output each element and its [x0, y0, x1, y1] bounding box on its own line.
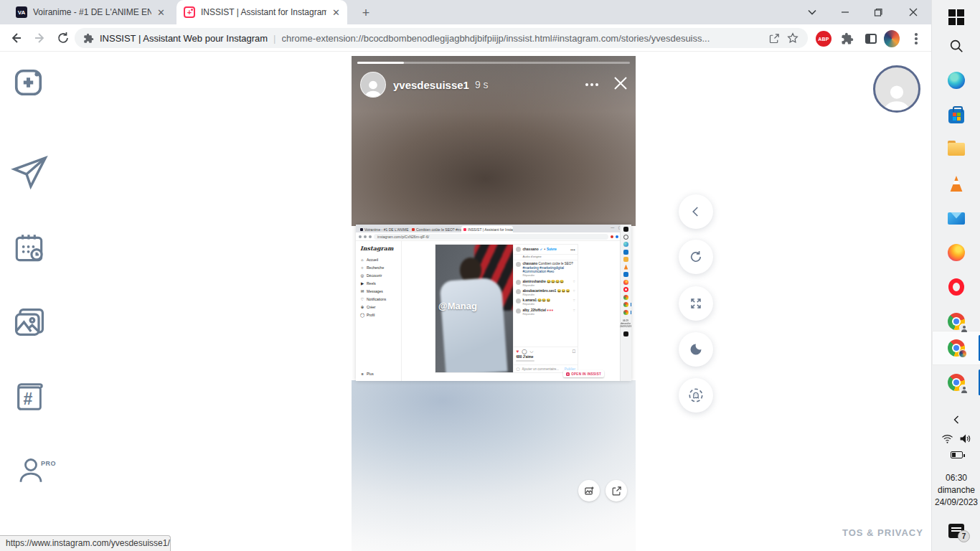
bookmark-star-icon[interactable] — [786, 32, 799, 44]
window-minimize-button[interactable] — [829, 0, 862, 24]
tab-close-icon[interactable]: ✕ — [332, 8, 340, 17]
comment-like-icon[interactable]: ♡ — [573, 289, 575, 293]
file-explorer-icon[interactable] — [932, 132, 980, 166]
browser-tabstrip: VA Voiranime - #1 DE L'ANIME EN F ✕ INSS… — [0, 0, 931, 24]
profile-avatar[interactable] — [884, 31, 900, 47]
avatar — [516, 298, 521, 303]
dark-mode-button[interactable] — [679, 332, 713, 367]
media-gallery-icon[interactable] — [11, 304, 48, 344]
mini-tab: Combien coûte le SEO? #mar — [410, 226, 461, 232]
account-avatar[interactable] — [873, 65, 920, 113]
mini-tab: INSSIST | Assistant for Instagram — [461, 226, 513, 232]
profile-pro-icon[interactable] — [16, 453, 46, 489]
tab-inssist[interactable]: INSSIST | Assistant for Instagram ✕ — [176, 0, 347, 24]
microsoft-store-icon[interactable] — [932, 98, 980, 132]
scheduler-calendar-icon[interactable] — [11, 230, 47, 270]
window-close-button[interactable] — [896, 0, 930, 24]
open-in-inssist-badge[interactable]: + OPEN IN INSSIST — [563, 370, 604, 377]
caption-row: chassano Combien coûte le SEO? #marketin… — [516, 262, 575, 278]
tos-privacy-link[interactable]: TOS & PRIVACY — [842, 527, 923, 538]
story-options-icon[interactable] — [585, 83, 598, 86]
comment-like-icon[interactable]: ♡ — [573, 309, 575, 312]
wifi-icon[interactable] — [941, 433, 953, 447]
mini-chrome-icon — [623, 302, 628, 307]
volume-icon[interactable] — [959, 433, 971, 447]
mini-folder-icon — [623, 257, 628, 262]
avatar — [516, 247, 521, 252]
story-progress-bar — [357, 62, 630, 64]
battery-icon[interactable] — [932, 451, 980, 458]
comment-like-icon[interactable]: ♡ — [573, 298, 575, 302]
fullscreen-button[interactable] — [679, 286, 713, 321]
tray-expand-chevron[interactable] — [932, 415, 980, 427]
mini-url: instagram.com/p/CxN26m-qlF-6/ — [374, 234, 608, 240]
story-viewer[interactable]: Voiranime - #1 DE L'ANIME EN Combien coû… — [352, 56, 636, 551]
firefox-icon[interactable] — [932, 235, 980, 270]
taskbar-clock[interactable]: 06:30 dimanche 24/09/2023 — [932, 472, 980, 509]
like-icon[interactable]: ♥ — [516, 349, 519, 354]
open-external-icon[interactable] — [606, 480, 627, 501]
emoji-picker-icon[interactable]: ◯ — [516, 367, 519, 371]
forward-button[interactable] — [32, 29, 49, 47]
photo-overlay-text: @Manag — [438, 301, 477, 311]
new-tab-button[interactable]: + — [357, 4, 374, 22]
story-avatar[interactable] — [360, 72, 386, 98]
mini-edge-icon — [623, 242, 628, 247]
opera-icon[interactable] — [932, 270, 980, 304]
comment-like-icon[interactable]: ♡ — [573, 280, 575, 283]
comment-icon[interactable]: ◯ — [522, 349, 527, 354]
verified-icon: ✔ — [540, 248, 543, 251]
extension-page-title: INSSIST | Assistant Web pour Instagram — [100, 33, 268, 44]
status-bar-url: https://www.instagram.com/yvesdesuisse1/ — [0, 535, 171, 551]
post-more-icon[interactable]: ••• — [570, 248, 575, 252]
omnibox-separator: | — [273, 33, 275, 44]
chrome-profile2-icon[interactable] — [932, 365, 980, 400]
share-icon[interactable] — [768, 32, 781, 44]
taskbar-search-icon[interactable] — [932, 29, 980, 63]
story-elapsed-time: 9 s — [475, 79, 489, 90]
share-post-icon[interactable]: ⌵ — [530, 349, 534, 354]
back-button[interactable] — [7, 29, 24, 47]
adblock-plus-icon[interactable]: ABP — [816, 31, 831, 47]
story-progress-fill — [357, 62, 404, 64]
hashtag-book-icon[interactable]: # — [14, 379, 47, 418]
direct-messages-icon[interactable] — [9, 152, 50, 195]
mail-icon[interactable] — [932, 201, 980, 235]
create-post-icon[interactable] — [12, 66, 45, 102]
mini-ig-main: @Manag chassano ✔ • Suivre ••• Au — [402, 241, 620, 381]
extension-puzzle-icon — [83, 33, 94, 44]
address-bar[interactable]: INSSIST | Assistant Web pour Instagram |… — [75, 28, 808, 48]
menu-kebab-icon[interactable] — [908, 31, 924, 47]
post-actions: ♥ ◯ ⌵ ⎕ — [514, 347, 578, 355]
edge-icon[interactable] — [932, 63, 980, 98]
mini-notif-icon — [623, 331, 628, 336]
messages-icon: ✉ — [360, 288, 364, 296]
notification-count-badge: 7 — [958, 530, 970, 542]
side-panel-icon[interactable] — [863, 31, 879, 47]
likes-count[interactable]: 680 J'aime — [514, 355, 578, 359]
tab-close-icon[interactable]: ✕ — [157, 8, 165, 17]
story-username[interactable]: yvesdesuisse1 — [393, 79, 469, 91]
search-icon: ○ — [360, 264, 364, 272]
tab-voiranime[interactable]: VA Voiranime - #1 DE L'ANIME EN F ✕ — [9, 0, 172, 24]
create-icon: ⊕ — [360, 303, 364, 311]
chrome-active-window-icon[interactable] — [932, 331, 980, 365]
story-close-icon[interactable] — [611, 74, 630, 95]
reload-story-button[interactable] — [679, 240, 713, 274]
tab-search-chevron-icon[interactable] — [798, 0, 826, 24]
story-blurred-bottom — [352, 380, 636, 551]
follow-button[interactable]: Suivre — [547, 248, 557, 251]
window-restore-button[interactable] — [862, 0, 895, 24]
vlc-icon[interactable] — [932, 166, 980, 201]
save-icon[interactable]: ⎕ — [573, 349, 575, 354]
tab-title: INSSIST | Assistant for Instagram — [201, 7, 326, 17]
comment-row: aboubacarimbro.seo1 😂😂😂Répondre ♡ — [516, 289, 575, 297]
notification-center-icon[interactable]: 7 — [932, 524, 980, 538]
repost-image-icon[interactable] — [578, 480, 600, 501]
mini-opera-icon — [623, 287, 628, 292]
anonymous-ghost-button[interactable] — [679, 378, 713, 413]
explore-icon: ◎ — [360, 272, 364, 280]
extensions-puzzle-icon[interactable] — [839, 31, 855, 47]
reload-button[interactable] — [55, 29, 72, 47]
previous-story-button[interactable] — [679, 194, 713, 229]
